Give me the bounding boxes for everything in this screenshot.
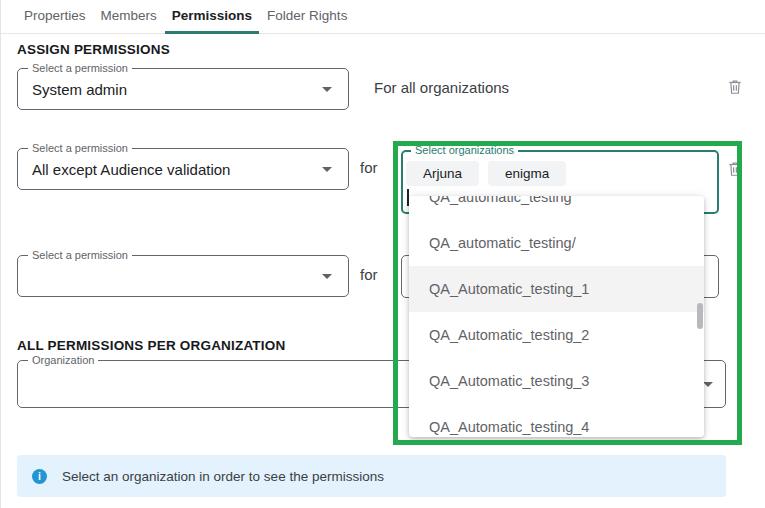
chevron-down-icon[interactable] [322, 274, 332, 279]
organization-chip[interactable]: Arjuna [406, 161, 479, 186]
tab-properties[interactable]: Properties [17, 0, 93, 34]
organization-chip[interactable]: enigma [488, 161, 566, 186]
tab-folder-rights[interactable]: Folder Rights [260, 0, 354, 34]
info-banner-text: Select an organization in order to see t… [62, 469, 384, 484]
organization-option[interactable]: QA_Automatic_testing_3 [409, 358, 704, 404]
chevron-down-icon[interactable] [322, 167, 332, 172]
trash-icon[interactable] [726, 78, 744, 96]
permission-select-3[interactable]: Select a permission [17, 255, 349, 297]
info-icon: i [32, 469, 47, 484]
permission-select-1[interactable]: Select a permission System admin [17, 68, 349, 110]
permission-select-1-label: Select a permission [28, 62, 132, 74]
tab-bar: Properties Members Permissions Folder Ri… [1, 0, 765, 34]
for-label-row2: for [360, 159, 378, 176]
assign-permissions-heading: ASSIGN PERMISSIONS [17, 42, 170, 57]
selected-organization-chips: Arjuna enigma [406, 161, 566, 186]
organization-select-label: Organization [28, 354, 98, 366]
organizations-option-list: QA_automatic_testing QA_automatic_testin… [409, 196, 704, 437]
permissions-page: Properties Members Permissions Folder Ri… [0, 0, 765, 508]
permission-select-2-value: All except Audience validation [32, 161, 230, 178]
dropdown-scrollbar-thumb[interactable] [697, 303, 703, 329]
permission-select-1-value: System admin [32, 81, 127, 98]
chevron-down-icon[interactable] [322, 87, 332, 92]
organizations-dropdown: QA_automatic_testing QA_automatic_testin… [409, 196, 704, 437]
trash-icon[interactable] [726, 160, 744, 178]
all-permissions-heading: ALL PERMISSIONS PER ORGANIZATION [17, 338, 285, 353]
organization-option[interactable]: QA_Automatic_testing_4 [409, 404, 704, 437]
permission-select-3-label: Select a permission [28, 249, 132, 261]
organization-option[interactable]: QA_automatic_testing [409, 196, 704, 220]
scope-all-organizations-text: For all organizations [374, 79, 509, 96]
tab-members[interactable]: Members [94, 0, 164, 34]
permission-select-2-label: Select a permission [28, 142, 132, 154]
tab-permissions[interactable]: Permissions [165, 0, 259, 34]
permission-select-2[interactable]: Select a permission All except Audience … [17, 148, 349, 190]
select-organizations-label: Select organizations [411, 144, 518, 156]
organization-option[interactable]: QA_automatic_testing/ [409, 220, 704, 266]
info-banner: i Select an organization in order to see… [17, 455, 726, 497]
chevron-down-icon[interactable] [703, 382, 713, 387]
organization-option[interactable]: QA_Automatic_testing_2 [409, 312, 704, 358]
organization-option-highlighted[interactable]: QA_Automatic_testing_1 [409, 266, 704, 312]
for-label-row3: for [360, 266, 378, 283]
